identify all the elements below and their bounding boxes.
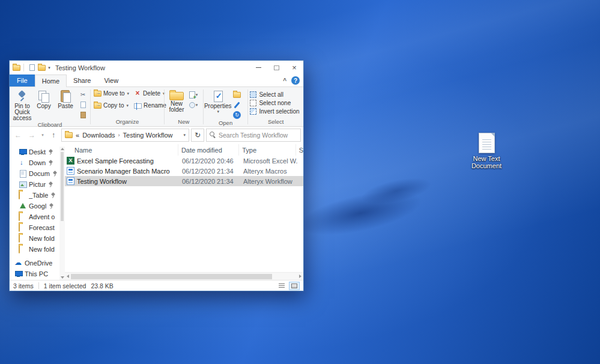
address-dropdown-chevron-icon[interactable]: ▾ — [183, 133, 186, 138]
minimize-button[interactable] — [249, 61, 267, 74]
downloads-icon — [19, 159, 26, 166]
large-icons-view-button[interactable] — [289, 282, 300, 290]
nav-item-downloads[interactable]: Down — [10, 157, 59, 168]
items-count: 3 items — [13, 282, 34, 290]
scroll-up-icon[interactable] — [61, 148, 64, 150]
scrollbar-thumb[interactable] — [71, 274, 272, 279]
copy-path-button[interactable] — [77, 100, 88, 109]
breadcrumb[interactable]: « Downloads › Testing Workflow ▾ — [61, 129, 189, 142]
copy-to-button[interactable]: Copy to ▾ — [92, 102, 130, 109]
search-box[interactable] — [206, 129, 301, 142]
open-button[interactable] — [232, 90, 243, 99]
nav-item-table-folder[interactable]: _Table — [10, 190, 59, 201]
qat-new-folder-button[interactable] — [37, 63, 46, 73]
nav-item-documents[interactable]: Docum — [10, 168, 59, 179]
details-view-button[interactable] — [276, 282, 287, 290]
new-folder-icon — [169, 92, 184, 100]
horizontal-scrollbar[interactable] — [65, 272, 303, 280]
rename-button[interactable]: Rename — [133, 102, 168, 109]
scroll-down-icon[interactable] — [61, 276, 64, 279]
explorer-app-icon — [13, 65, 20, 71]
nav-item-advent[interactable]: Advent o — [10, 211, 59, 222]
excel-file-icon — [67, 157, 74, 165]
nav-item-desktop[interactable]: Deskt — [10, 147, 59, 157]
column-header-name[interactable]: Name — [65, 144, 178, 156]
column-header-size[interactable]: S — [296, 144, 303, 156]
status-bar: 3 items 1 item selected 23.8 KB — [10, 280, 303, 291]
close-button[interactable]: × — [285, 61, 303, 74]
search-icon — [210, 132, 216, 138]
nav-item-this-pc[interactable]: This PC — [10, 268, 59, 279]
copy-button[interactable]: Copy — [33, 89, 55, 109]
file-row-testing-workflow[interactable]: Testing Workflow 06/12/2020 21:34 Altery… — [65, 176, 303, 186]
file-row-excel-sample-forecasting[interactable]: Excel Sample Forecasting 06/12/2020 20:4… — [65, 156, 303, 166]
edit-button[interactable] — [232, 100, 243, 109]
cut-button[interactable]: ✂ — [77, 90, 88, 99]
scroll-left-icon[interactable] — [67, 275, 69, 278]
qat-properties-button[interactable] — [27, 63, 37, 73]
paste-shortcut-button[interactable] — [77, 111, 88, 120]
select-all-button[interactable]: Select all — [250, 91, 299, 98]
tab-file[interactable]: File — [10, 74, 35, 86]
breadcrumb-item-downloads[interactable]: Downloads — [82, 132, 115, 139]
history-icon — [233, 111, 241, 119]
up-button[interactable]: ↑ — [47, 129, 59, 141]
move-to-button[interactable]: Move to ▾ — [92, 90, 130, 97]
properties-icon — [29, 64, 35, 71]
invert-selection-button[interactable]: Invert selection — [250, 108, 299, 115]
select-none-button[interactable]: Select none — [250, 100, 299, 106]
title-bar[interactable]: ▾ Testing Workflow × — [10, 61, 303, 74]
nav-scrollbar[interactable] — [59, 147, 65, 280]
forward-button[interactable]: → — [26, 129, 38, 141]
ribbon-group-open: ✓ Properties ▾ Open — [204, 88, 248, 126]
maximize-button[interactable] — [267, 61, 285, 74]
window-title: Testing Workflow — [55, 64, 249, 71]
new-folder-icon — [38, 65, 46, 71]
easy-access-icon — [189, 102, 195, 108]
caption-buttons: × — [249, 61, 303, 74]
pin-to-quick-access-button[interactable]: Pin to Quick access — [11, 89, 33, 121]
delete-button[interactable]: × Delete ▾ — [133, 90, 168, 97]
recent-locations-chevron-icon[interactable]: ▾ — [40, 129, 46, 141]
copy-to-icon — [94, 103, 102, 109]
desktop-icon-new-text-document[interactable]: New Text Document — [468, 133, 505, 169]
breadcrumb-overflow[interactable]: « — [76, 132, 79, 139]
pin-icon — [52, 171, 58, 177]
refresh-button[interactable]: ↻ — [191, 129, 204, 142]
scroll-right-icon[interactable] — [299, 275, 302, 278]
nav-item-pictures[interactable]: Pictur — [10, 179, 59, 190]
pin-icon — [16, 89, 29, 103]
back-button[interactable]: ← — [12, 129, 24, 141]
scrollbar-thumb[interactable] — [61, 152, 64, 221]
desktop-wallpaper[interactable]: ▾ Testing Workflow × File Home Share Vie… — [0, 0, 600, 364]
easy-access-button[interactable]: ▾ — [188, 100, 199, 109]
search-input[interactable] — [219, 132, 297, 139]
collapse-ribbon-icon[interactable]: ^ — [283, 77, 286, 84]
nav-item-onedrive[interactable]: OneDrive — [10, 258, 59, 268]
location-folder-icon — [65, 132, 73, 138]
history-button[interactable] — [232, 111, 243, 120]
new-item-button[interactable]: ▾ — [188, 90, 199, 99]
nav-item-new-folder-1[interactable]: New fold — [10, 233, 59, 244]
file-row-scenario-manager-batch-macro[interactable]: Scenario Manager Batch Macro 06/12/2020 … — [65, 166, 303, 176]
group-label-organize: Organize — [91, 118, 164, 126]
file-list: Name Date modified Type S Excel Sample F… — [65, 143, 303, 280]
nav-item-forecast[interactable]: Forecast — [10, 222, 59, 233]
help-icon[interactable]: ? — [291, 76, 300, 85]
navigation-pane: Deskt Down Docum Pictur _Table Googl Adv… — [10, 143, 65, 280]
desktop-icon — [19, 148, 26, 156]
tab-share[interactable]: Share — [67, 74, 97, 86]
properties-button[interactable]: ✓ Properties ▾ — [205, 89, 231, 114]
nav-item-new-folder-2[interactable]: New fold — [10, 244, 59, 255]
new-folder-button[interactable]: New folder — [166, 89, 187, 113]
tab-home[interactable]: Home — [35, 74, 67, 87]
tab-view[interactable]: View — [97, 74, 125, 86]
breadcrumb-item-testing-workflow[interactable]: Testing Workflow — [123, 132, 173, 139]
group-label-open: Open — [204, 120, 248, 126]
column-header-type[interactable]: Type — [239, 144, 295, 156]
qat-customize-chevron-icon[interactable]: ▾ — [46, 65, 52, 70]
paste-button[interactable]: Paste — [55, 89, 76, 109]
paste-shortcut-icon — [80, 112, 86, 118]
nav-item-google-drive[interactable]: Googl — [10, 201, 59, 211]
column-header-date-modified[interactable]: Date modified — [178, 144, 239, 156]
